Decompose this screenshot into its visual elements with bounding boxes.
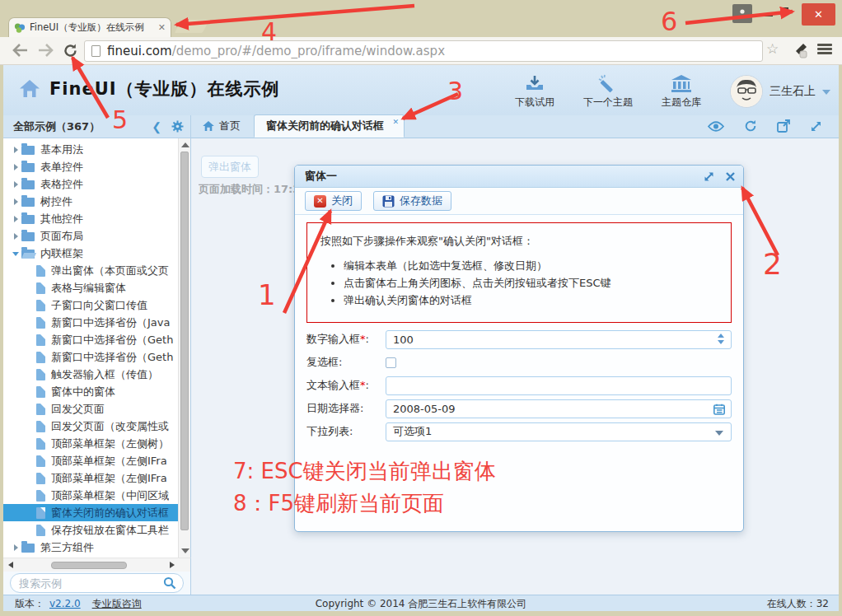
maximize-button[interactable] (780, 7, 788, 15)
dialog-form: 数字输入框*: 100 复选框: 文本输入框*: 日期选择器: (306, 330, 732, 441)
tab-home[interactable]: 首页 (191, 114, 252, 138)
node-icon (36, 404, 45, 415)
close-button[interactable]: ✕ 关闭 (305, 191, 362, 211)
tree-item[interactable]: 窗体中的窗体 (3, 383, 178, 400)
back-button[interactable] (12, 41, 30, 59)
fullscreen-icon[interactable] (810, 120, 822, 133)
download-trial-button[interactable]: 下载试用 (511, 74, 559, 110)
scroll-up-icon[interactable] (181, 142, 189, 147)
tree-item[interactable]: 表格与编辑窗体 (3, 279, 178, 296)
calendar-icon[interactable] (713, 404, 725, 415)
user-menu[interactable]: 三生石上 (730, 75, 830, 108)
scrollbar-thumb[interactable] (180, 152, 189, 530)
text-input[interactable] (386, 376, 732, 395)
tree-item[interactable]: 树控件 (3, 193, 178, 210)
expand-arrow-icon[interactable] (12, 162, 21, 172)
refresh-button[interactable] (61, 41, 79, 59)
form-row-number: 数字输入框*: 100 (306, 330, 732, 349)
tree-item[interactable]: 新窗口中选择省份（Java (3, 314, 178, 331)
browser-tab[interactable]: FineUI（专业版）在线示例 ✕ (8, 17, 171, 37)
dialog-close-icon[interactable] (726, 172, 735, 181)
minimize-button[interactable] (764, 14, 773, 16)
tree-item[interactable]: 触发器输入框（传值） (3, 366, 178, 383)
tab-close-icon[interactable]: ✕ (392, 118, 399, 126)
scroll-right-icon[interactable] (170, 562, 175, 568)
user-name: 三生石上 (769, 84, 816, 99)
tree-item[interactable]: 顶部菜单框架（左侧IFra (3, 452, 178, 469)
profile-button[interactable] (732, 4, 752, 23)
tree-item[interactable]: 子窗口向父窗口传值 (3, 296, 178, 314)
scroll-down-icon[interactable] (181, 548, 189, 553)
tree-item[interactable]: 顶部菜单框架（左侧IFra (3, 469, 178, 487)
select-value: 可选项1 (393, 424, 432, 439)
instruction-intro: 按照如下步骤操作来观察"确认关闭"对话框： (320, 235, 534, 247)
instruction-list: 编辑本表单（比如选中复选框、修改日期）点击窗体右上角关闭图标、点击关闭按钮或者按… (320, 258, 718, 309)
search-icon[interactable] (163, 576, 176, 593)
tree-item[interactable]: 表格控件 (3, 175, 178, 193)
consult-link[interactable]: 专业版咨询 (92, 598, 142, 609)
spinner-icon[interactable] (718, 334, 724, 344)
tree-item[interactable]: 基本用法 (3, 141, 178, 158)
collapse-sidebar-icon[interactable]: ❮ (152, 121, 161, 133)
version-link[interactable]: v2.2.0 (49, 598, 81, 609)
home-icon[interactable] (20, 80, 40, 100)
forward-button[interactable] (36, 41, 54, 59)
expand-arrow-icon[interactable] (12, 180, 21, 189)
dialog-titlebar[interactable]: 窗体一 (295, 166, 743, 188)
expand-arrow-icon[interactable] (12, 214, 21, 224)
tree-item[interactable]: 第三方组件 (3, 539, 178, 556)
expand-arrow-icon[interactable] (12, 231, 21, 241)
date-input[interactable]: 2008-05-09 (386, 399, 732, 418)
dialog-title: 窗体一 (305, 169, 337, 184)
extension-eyedropper-icon[interactable] (792, 42, 808, 58)
expand-arrow-icon[interactable] (12, 145, 21, 155)
expand-arrow-icon[interactable] (12, 197, 21, 207)
gear-icon[interactable] (171, 120, 184, 133)
open-in-new-window-icon[interactable] (777, 119, 790, 133)
search-input[interactable] (10, 573, 184, 593)
new-tab-button[interactable] (175, 20, 210, 33)
tree-item[interactable]: 回发父页面（改变属性或 (3, 418, 178, 435)
download-icon (524, 74, 545, 94)
tree-item[interactable]: 保存按钮放在窗体工具栏 (3, 521, 178, 539)
number-input[interactable]: 100 (386, 330, 732, 349)
tree-item[interactable]: 页面布局 (3, 227, 178, 245)
tree-item[interactable]: 内联框架 (3, 245, 178, 262)
page-load-time: 页面加载时间：17:3 (199, 182, 294, 197)
tree-horizontal-scrollbar[interactable] (3, 558, 191, 572)
expand-arrow-icon[interactable] (12, 543, 21, 553)
required-star: * (360, 333, 366, 345)
bookmark-star-icon[interactable]: ☆ (766, 40, 779, 57)
popup-window-button[interactable]: 弹出窗体 (201, 156, 259, 178)
tab-close-icon[interactable]: ✕ (158, 23, 166, 32)
dropdown-arrow-icon[interactable] (715, 431, 723, 436)
address-bar[interactable]: fineui.com/demo_pro/#/demo_pro/iframe/wi… (84, 40, 763, 62)
select-dropdown[interactable]: 可选项1 (386, 422, 732, 441)
tree-item[interactable]: 回发父页面 (3, 400, 178, 418)
save-data-button[interactable]: 保存数据 (373, 191, 451, 211)
tree-item[interactable]: 新窗口中选择省份（Geth (3, 348, 178, 366)
checkbox-input[interactable] (386, 357, 396, 368)
window-close-button[interactable]: ✕ (802, 3, 835, 26)
tree-item[interactable]: 弹出窗体（本页面或父页 (3, 262, 178, 279)
preview-eye-icon[interactable] (708, 121, 724, 132)
tree-item[interactable]: 新窗口中选择省份（Geth (3, 331, 178, 348)
expand-arrow-icon[interactable] (12, 249, 21, 259)
number-value: 100 (393, 334, 414, 346)
scrollbar-thumb[interactable] (51, 562, 127, 569)
tree-vertical-scrollbar[interactable] (178, 138, 190, 558)
dialog-maximize-icon[interactable] (704, 171, 714, 182)
tree-item[interactable]: 窗体关闭前的确认对话框 (3, 504, 178, 521)
browser-menu-icon[interactable] (817, 44, 832, 55)
theme-store-button[interactable]: 主题仓库 (657, 74, 705, 110)
scroll-left-icon[interactable] (8, 562, 13, 568)
tree-item[interactable]: 顶部菜单框架（中间区域 (3, 487, 178, 504)
tab-window-confirm-dialog[interactable]: 窗体关闭前的确认对话框 ✕ (254, 114, 405, 138)
refresh-tab-icon[interactable] (744, 119, 757, 133)
tab-tools (708, 119, 839, 138)
tree-item[interactable]: 顶部菜单框架（左侧树） (3, 435, 178, 452)
wand-icon (597, 74, 619, 94)
tree-item[interactable]: 表单控件 (3, 158, 178, 175)
next-theme-button[interactable]: 下一个主题 (583, 74, 633, 110)
tree-item[interactable]: 其他控件 (3, 210, 178, 227)
